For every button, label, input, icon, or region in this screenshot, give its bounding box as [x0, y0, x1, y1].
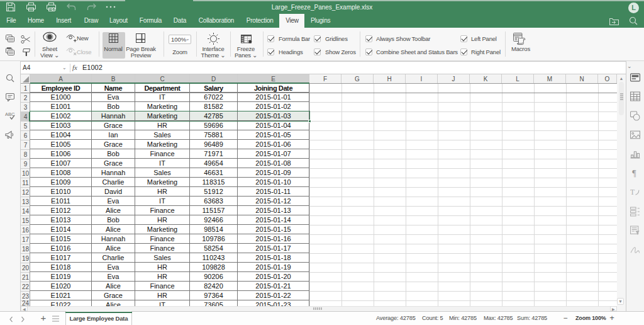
svg-text:T: T — [630, 188, 635, 197]
svg-text:¶: ¶ — [632, 169, 636, 178]
